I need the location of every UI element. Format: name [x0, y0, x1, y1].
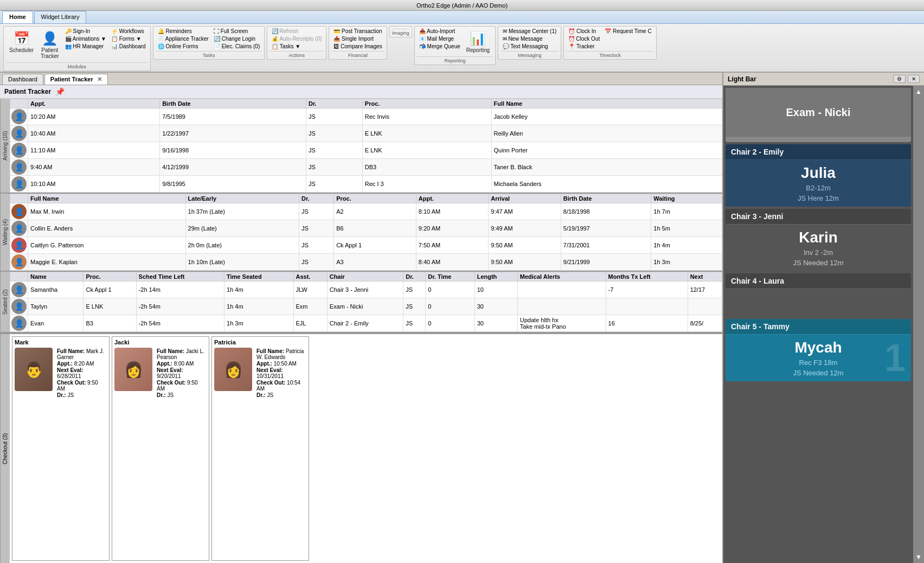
col-birth-w[interactable]: Birth Date	[561, 194, 651, 203]
text-messaging-button[interactable]: 💬 Text Messaging	[501, 43, 559, 50]
tab-dashboard[interactable]: Dashboard	[2, 74, 43, 85]
clock-out-button[interactable]: ⏰ Clock Out	[566, 35, 602, 42]
chair-2-emily-title: Chair 2 - Emily	[731, 148, 784, 156]
col-months-s[interactable]: Months Tx Left	[606, 272, 688, 282]
auto-receipts-button[interactable]: 💰 Auto-Receipts (0)	[270, 35, 324, 42]
chair-card-2-emily[interactable]: Chair 2 - Emily Julia B2-12m JS Here 12m	[726, 144, 911, 207]
refresh-button[interactable]: 🔄 Refresh	[270, 28, 324, 35]
tab-home[interactable]: Home	[2, 11, 33, 23]
reminders-button[interactable]: 🔔 Reminders	[156, 28, 211, 35]
animations-button[interactable]: 🎬 Animations ▼	[63, 35, 108, 42]
scroll-up-arrow[interactable]: ▲	[913, 86, 924, 98]
online-forms-button[interactable]: 🌐 Online Forms	[156, 43, 211, 50]
col-seated-s[interactable]: Time Seated	[224, 272, 294, 282]
col-sched-s[interactable]: Sched Time Left	[136, 272, 224, 282]
clock-in-button[interactable]: ⏰ Clock In	[566, 28, 602, 35]
col-dr-s[interactable]: Dr.	[403, 272, 426, 282]
table-row[interactable]: 👤 Taylyn E LNK -2h 54m 1h 4m Exm Exam - …	[10, 298, 722, 315]
table-row[interactable]: 👤 10:20 AM 7/5/1989 JS Rec Invis Jacob K…	[10, 108, 722, 125]
table-row[interactable]: 👤 10:40 AM 1/22/1997 JS E LNK Reilly All…	[10, 125, 722, 142]
tab-patient-tracker[interactable]: Patient Tracker ✕	[44, 74, 108, 85]
col-dr-w[interactable]: Dr.	[299, 194, 334, 203]
col-next-s[interactable]: Next	[688, 272, 722, 282]
col-proc-w[interactable]: Proc.	[334, 194, 416, 203]
patient-tracker-button[interactable]: 👤 PatientTracker	[37, 28, 62, 61]
checkout-photo-jacki: 👩	[114, 348, 152, 391]
col-waiting-w[interactable]: Waiting	[651, 194, 722, 203]
light-bar-close-button[interactable]: ✕	[908, 75, 920, 83]
seated-table: Name Proc. Sched Time Left Time Seated A…	[10, 272, 722, 332]
col-appt-w[interactable]: Appt.	[416, 194, 488, 203]
hr-manager-button[interactable]: 👥 HR Manager	[63, 43, 108, 50]
chair-card-3-jenni[interactable]: Chair 3 - Jenni Karin Inv 2 -2m JS Neede…	[726, 209, 911, 271]
col-alerts-s[interactable]: Medical Alerts	[517, 272, 606, 282]
cell-months-s: 16	[606, 315, 688, 332]
col-appt[interactable]: Appt.	[28, 99, 160, 108]
col-late-w[interactable]: Late/Early	[185, 194, 299, 203]
mail-merge-button[interactable]: 📧 Mail Merge	[417, 35, 463, 42]
col-length-s[interactable]: Length	[474, 272, 517, 282]
tracker-button[interactable]: 📍 Tracker	[566, 43, 602, 50]
auto-import-button[interactable]: 📥 Auto-Import	[417, 28, 463, 35]
col-proc[interactable]: Proc.	[362, 99, 491, 108]
table-row[interactable]: 👤 10:10 AM 9/8/1995 JS Rec I 3 Michaela …	[10, 176, 722, 193]
request-time-button[interactable]: 📅 Request Time C	[602, 28, 653, 35]
table-row[interactable]: 👤 Max M. Irwin 1h 37m (Late) JS A2 8:10 …	[10, 203, 722, 220]
col-arrival-w[interactable]: Arrival	[489, 194, 561, 203]
forms-button[interactable]: 📋 Forms ▼	[109, 35, 148, 42]
table-row[interactable]: 👤 Collin E. Anders 29m (Late) JS B6 9:20…	[10, 220, 722, 237]
message-center-button[interactable]: ✉ Message Center (1)	[501, 28, 559, 35]
dashboard-button[interactable]: 📊 Dashboard	[109, 43, 148, 50]
col-asst-s[interactable]: Asst.	[293, 272, 327, 282]
tab-widget-library[interactable]: Widget Library	[34, 11, 87, 23]
ribbon-group-financial: 💳 Post Transaction 📥 Single Import 🖼 Com…	[329, 26, 387, 60]
reporting-large-button[interactable]: 📊 Reporting	[463, 28, 493, 55]
cell-waiting-w: 1h 4m	[651, 237, 722, 254]
post-transaction-button[interactable]: 💳 Post Transaction	[331, 28, 384, 35]
change-login-button[interactable]: 🔄 Change Login	[211, 35, 262, 42]
col-name-s[interactable]: Name	[28, 272, 84, 282]
checkout-card-mark[interactable]: Mark 👨 Full Name: Mark J. Garner Appt.: …	[12, 336, 110, 561]
table-row[interactable]: 👤 9:40 AM 4/12/1999 JS DB3 Taner B. Blac…	[10, 159, 722, 176]
financial-buttons: 💳 Post Transaction 📥 Single Import 🖼 Com…	[331, 28, 384, 50]
light-bar-settings-button[interactable]: ⚙	[893, 75, 906, 83]
cell-birth-w: 7/31/2001	[561, 237, 651, 254]
table-row[interactable]: 👤 Maggie E. Kaplan 1h 10m (Late) JS A3 8…	[10, 254, 722, 271]
scheduler-button[interactable]: 📅 Scheduler	[6, 28, 37, 55]
appliance-tracker-button[interactable]: 🦷 Appliance Tracker	[156, 35, 211, 42]
single-import-button[interactable]: 📥 Single Import	[331, 35, 384, 42]
checkout-fullname-patricia: Full Name: Patricia W. Edwards	[256, 348, 306, 360]
compare-images-button[interactable]: 🖼 Compare Images	[331, 43, 384, 50]
col-proc-s[interactable]: Proc.	[84, 272, 136, 282]
new-message-button[interactable]: ✉ New Message	[501, 35, 559, 42]
col-fullname[interactable]: Full Name	[491, 99, 722, 108]
avatar: 👤	[11, 299, 27, 314]
waiting-table: Full Name Late/Early Dr. Proc. Appt. Arr…	[10, 194, 722, 271]
chair-card-5-tammy[interactable]: Chair 5 - Tammy Mycah Rec F3 18m JS Need…	[726, 319, 911, 381]
col-birth[interactable]: Birth Date	[160, 99, 306, 108]
table-row[interactable]: 👤 Samantha Ck Appl 1 -2h 14m 1h 4m JLW C…	[10, 282, 722, 298]
col-dr[interactable]: Dr.	[306, 99, 362, 108]
cell-appt: 9:40 AM	[28, 159, 160, 176]
cell-proc: Rec Invis	[362, 108, 491, 125]
col-chair-s[interactable]: Chair	[327, 272, 403, 282]
checkout-card-jacki[interactable]: Jacki 👩 Full Name: Jacki L. Pearson Appt…	[112, 336, 209, 561]
col-drtime-s[interactable]: Dr. Time	[426, 272, 474, 282]
table-row[interactable]: 👤 11:10 AM 9/16/1998 JS E LNK Quinn Port…	[10, 142, 722, 159]
close-patient-tracker-tab[interactable]: ✕	[97, 76, 102, 82]
scroll-down-arrow[interactable]: ▼	[913, 551, 924, 563]
sign-in-button[interactable]: 🔑 Sign-In	[63, 28, 108, 35]
checkout-card-patricia[interactable]: Patricia 👩 Full Name: Patricia W. Edward…	[211, 336, 309, 561]
table-row[interactable]: 👤 Evan B3 -2h 54m 1h 3m EJL Chair 2 - Em…	[10, 315, 722, 332]
tasks-dropdown-button[interactable]: 📋 Tasks ▼	[270, 43, 324, 50]
col-fullname-w[interactable]: Full Name	[28, 194, 186, 203]
workflows-button[interactable]: ⚡ Workflows	[109, 28, 148, 35]
full-screen-button[interactable]: ⛶ Full Screen	[211, 28, 262, 35]
cell-dr: JS	[306, 125, 362, 142]
pt-pin-icon[interactable]: 📌	[55, 87, 65, 96]
table-row[interactable]: 👤 Caitlyn G. Patterson 2h 0m (Late) JS C…	[10, 237, 722, 254]
chair-card-4-laura[interactable]: Chair 4 - Laura	[726, 273, 911, 317]
merge-queue-button[interactable]: 📬 Merge Queue	[417, 43, 463, 50]
elec-claims-button[interactable]: 📄 Elec. Claims (0)	[211, 43, 262, 50]
chair-card-exam-nicki[interactable]: Exam - Nicki	[726, 88, 911, 142]
